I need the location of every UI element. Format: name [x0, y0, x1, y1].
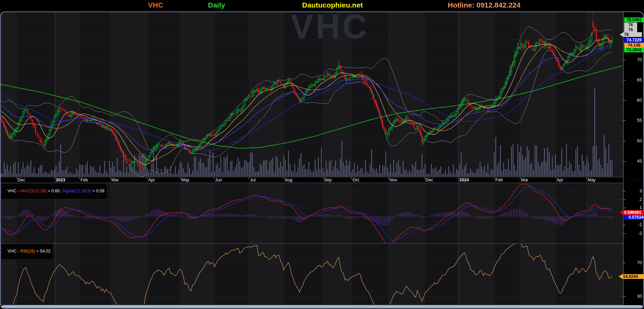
rsi-indicator-name: RSI(15)	[20, 249, 35, 254]
macd-label-prefix: VHC -	[8, 189, 21, 193]
timeframe-label: Daily	[208, 1, 225, 9]
header-bar: VHC Daily Dautucophieu.net Hotline: 0912…	[0, 0, 644, 10]
symbol-label: VHC	[148, 1, 163, 9]
macd-panel-label: VHC - MACD(12,26) = 0.60, Signal(12,26,9…	[1, 183, 107, 199]
hotline-label: Hotline: 0912.842.224	[448, 1, 520, 9]
watermark-symbol: VHC	[290, 8, 369, 45]
rsi-value-text: = 54.02	[35, 249, 51, 254]
macd-value-text: = 0.60,	[47, 189, 62, 193]
macd-indicator-name: MACD(12,26)	[20, 189, 46, 193]
candlestick-chart-canvas[interactable]	[0, 0, 644, 309]
trading-chart-app: VHC VHC Daily Dautucophieu.net Hotline: …	[0, 0, 644, 309]
macd-signal-name: Signal(12,26,9)	[62, 189, 91, 193]
macd-signal-value-text: = 0.58	[91, 189, 104, 193]
website-label: Dautucophieu.net	[302, 1, 363, 9]
rsi-label-prefix: VHC -	[8, 249, 21, 254]
rsi-panel-label: VHC - RSI(15) = 54.02	[1, 244, 53, 259]
